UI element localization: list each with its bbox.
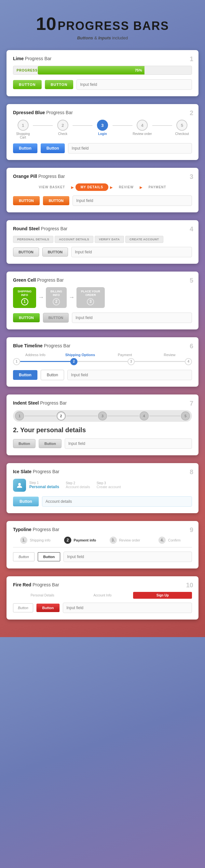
- indent-btn1[interactable]: Button: [13, 439, 35, 448]
- step1-circle: 1: [18, 120, 29, 131]
- indent-controls: Button Button: [13, 438, 192, 449]
- typo-step2-label: Payment info: [74, 538, 96, 542]
- green-input[interactable]: [72, 313, 192, 323]
- timeline-btn1[interactable]: Button: [13, 370, 37, 380]
- dpressed-btn2[interactable]: Button: [41, 144, 65, 153]
- fire-btn2[interactable]: Button: [36, 603, 60, 612]
- connector-4-5: [152, 125, 172, 126]
- ice-step-2: Step 2 Account details: [66, 481, 90, 489]
- card2-header: Dpressed Blue Progress Bar: [13, 110, 192, 115]
- pill-step-4: PAYMENT: [144, 183, 171, 191]
- card4-num: 4: [190, 225, 193, 233]
- timeline-btn2[interactable]: Button: [41, 370, 64, 380]
- steel-controls: BUTTON BUTTON: [13, 247, 192, 257]
- green-btn2[interactable]: BUTTON: [43, 313, 69, 322]
- steel-btn1[interactable]: BUTTON: [13, 247, 39, 257]
- dpressed-btn1[interactable]: Button: [13, 144, 37, 153]
- typo-input[interactable]: [63, 552, 192, 562]
- timeline-input[interactable]: [67, 370, 192, 380]
- steel-input[interactable]: [71, 247, 192, 257]
- typo-step3-num: 3.: [110, 537, 117, 544]
- steel-step-2: ACCOUNT DETAILS: [55, 236, 93, 243]
- typo-step-1: 1. Shipping info: [13, 537, 58, 544]
- step-5: 5 Checkout: [172, 120, 192, 135]
- typo-btn1[interactable]: Button: [13, 552, 34, 561]
- ice-step-3: Step 3 Create account: [97, 481, 121, 489]
- green-cell-steps: SHIPPINGINFO 1 → BILLINGINFO 2 → PLACE Y…: [13, 287, 192, 308]
- card-round-steel: Round Steel Progress Bar 4 PERSONAL DETA…: [6, 220, 199, 264]
- indent-dot-2: 2: [57, 411, 66, 421]
- card8-num: 8: [190, 468, 193, 476]
- card6-title-rest: Progress Bar: [44, 343, 70, 348]
- ice-step-1: Step 1 Personal details: [13, 479, 59, 492]
- ice-step2-num: Step 2: [66, 481, 90, 485]
- ice-btn1[interactable]: Button: [13, 497, 39, 506]
- pill-arrow-3: ►: [139, 185, 144, 190]
- steel-btn2[interactable]: BUTTON: [42, 247, 68, 257]
- cell-arrow-1: →: [38, 294, 44, 301]
- typo-step4-num: 4.: [158, 537, 166, 544]
- fire-step-2: Account Info: [73, 592, 132, 599]
- indent-bar: 1 2 3 4 5: [13, 410, 192, 422]
- card9-num: 9: [190, 526, 193, 534]
- fire-input[interactable]: [63, 602, 192, 613]
- dpressed-controls: Button Button: [13, 143, 192, 154]
- pill-arrow-2: ►: [109, 185, 114, 190]
- fire-step-3: Sign Up: [133, 592, 192, 599]
- card10-title-rest: Progress Bar: [33, 582, 59, 587]
- card4-title-rest: Progress Bar: [41, 226, 68, 231]
- lime-input[interactable]: [77, 79, 192, 90]
- tl-line-1: [20, 361, 70, 362]
- cell-step1-label: SHIPPINGINFO: [18, 290, 32, 297]
- fire-btn1[interactable]: Button: [13, 603, 33, 612]
- step-3: 3 Login: [92, 120, 112, 135]
- typo-step-3: 3. Review order: [102, 537, 147, 544]
- ice-step1-text: Step 1 Personal details: [29, 481, 59, 489]
- lime-btn2[interactable]: BUTTON: [45, 80, 74, 89]
- step-4: 4 Review order: [133, 120, 152, 135]
- card-blue-timeline: Blue Timeline Progress Bar 6 Address Inf…: [6, 337, 199, 387]
- ice-step2-name: Account details: [66, 485, 90, 489]
- card4-title-strong: Round Steel: [13, 226, 40, 231]
- indent-input[interactable]: [65, 438, 192, 449]
- green-btn1[interactable]: BUTTON: [13, 313, 40, 322]
- card8-title-rest: Progress Bar: [33, 469, 60, 474]
- card5-header: Green Cell Progress Bar: [13, 277, 192, 283]
- typo-controls: Button Button: [13, 552, 192, 562]
- ice-step3-name: Create account: [97, 485, 121, 489]
- lime-bar-fill: 75%: [38, 66, 145, 74]
- green-controls: BUTTON BUTTON: [13, 313, 192, 323]
- orange-input[interactable]: [72, 195, 192, 206]
- card7-title-rest: Progress Bar: [40, 400, 67, 406]
- title-text: PROGRESS BARS: [58, 19, 169, 33]
- step-1: 1 Shopping Cart: [13, 120, 33, 139]
- cell-step3-label: PLACE YOURORDER: [81, 290, 100, 297]
- ice-step1-name: Personal details: [29, 485, 59, 489]
- lime-btn1[interactable]: BUTTON: [13, 80, 42, 89]
- pill-step-1: VIEW BASKET: [34, 183, 69, 191]
- typo-btn2[interactable]: Button: [38, 552, 60, 561]
- ice-input[interactable]: [42, 496, 192, 507]
- step4-circle: 4: [137, 120, 148, 131]
- orange-btn2[interactable]: BUTTON: [43, 196, 70, 205]
- subtitle-amp: &: [94, 35, 97, 40]
- indent-btn2[interactable]: Button: [39, 439, 61, 448]
- indent-dot-1: 1: [15, 411, 24, 421]
- step1-label: Shopping Cart: [13, 132, 33, 139]
- indent-line-2: [66, 415, 98, 416]
- tl-label-4: Review: [147, 353, 192, 357]
- tl-label-3: Payment: [102, 353, 147, 357]
- card1-title-rest: Progress Bar: [25, 56, 52, 61]
- card9-title-strong: Typoline: [13, 527, 32, 532]
- steel-steps: PERSONAL DETAILS ACCOUNT DETAILS VERIFY …: [13, 236, 192, 243]
- fire-step-1: Personal Details: [13, 592, 72, 599]
- card-ice-slate: Ice Slate Progress Bar 8 Step 1 Personal…: [6, 463, 199, 513]
- dpressed-input[interactable]: [68, 143, 192, 154]
- card-typoline: Typoline Progress Bar 9 1. Shipping info…: [6, 521, 199, 568]
- indent-dot-5: 5: [181, 411, 190, 421]
- card1-num: 1: [190, 55, 193, 63]
- orange-btn1[interactable]: BUTTON: [13, 196, 40, 205]
- card-indent-steel: Indent Steel Progress Bar 7 1 2 3 4 5 2.…: [6, 395, 199, 455]
- user-icon: [16, 482, 23, 489]
- steel-step-1: PERSONAL DETAILS: [13, 236, 53, 243]
